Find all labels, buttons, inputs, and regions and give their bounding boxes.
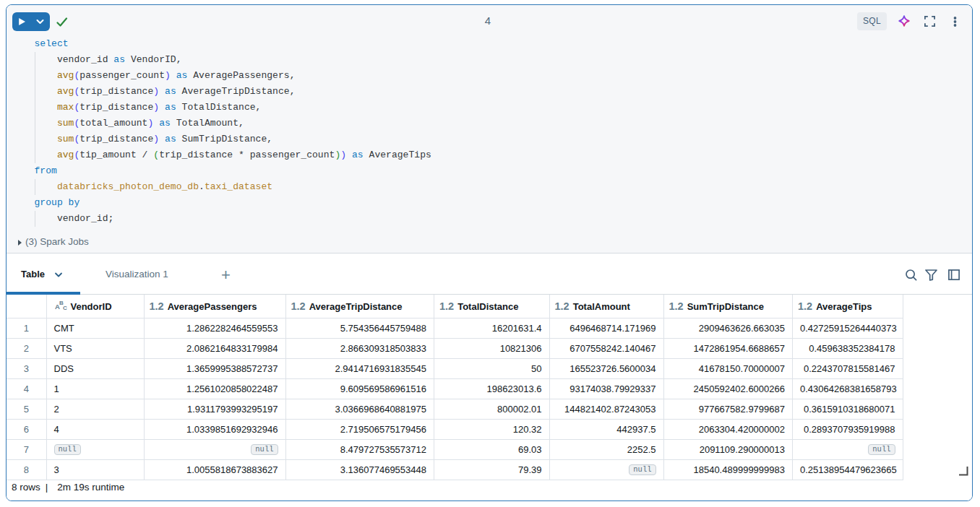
svg-text:C: C [63, 305, 67, 311]
